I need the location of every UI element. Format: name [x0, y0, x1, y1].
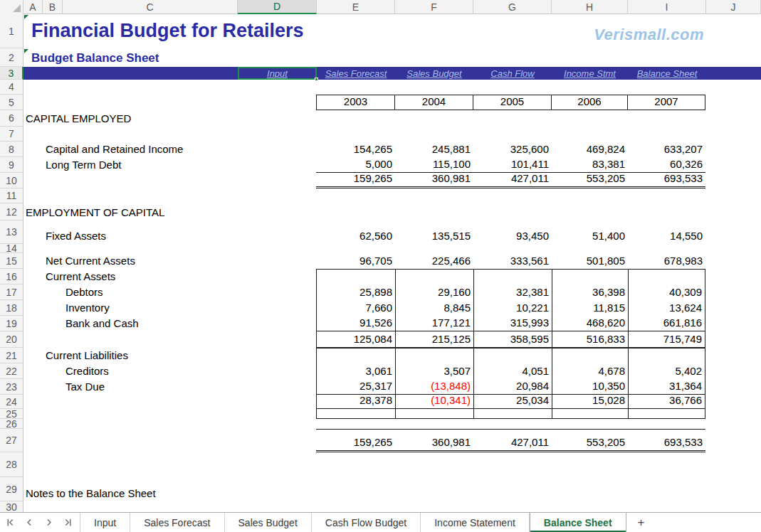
sheet-title-cell[interactable]: Financial Budget for Retailers	[31, 20, 304, 42]
year-header-cell[interactable]: 2005	[473, 95, 552, 110]
value-cell[interactable]: 427,011	[473, 429, 552, 452]
column-header-e[interactable]: E	[317, 0, 395, 14]
year-header-cell[interactable]: 2003	[316, 95, 395, 110]
row-header-14[interactable]: 14	[0, 244, 23, 253]
value-cell[interactable]: 14,550	[628, 220, 705, 244]
value-cell[interactable]: 468,620	[552, 316, 628, 331]
section-label[interactable]: CAPITAL EMPLOYED	[26, 112, 131, 124]
row-label[interactable]: Debtors	[65, 286, 103, 298]
value-cell[interactable]: 553,205	[552, 173, 628, 188]
row-header-30[interactable]: 30	[0, 501, 23, 513]
column-header-b[interactable]: B	[43, 0, 63, 14]
value-cell[interactable]: 245,881	[395, 142, 473, 157]
value-cell[interactable]: 315,993	[473, 316, 552, 331]
value-cell[interactable]	[473, 269, 552, 284]
value-cell[interactable]: 3,061	[316, 363, 395, 379]
value-cell[interactable]	[395, 348, 473, 363]
value-cell[interactable]	[316, 409, 395, 419]
value-cell[interactable]	[316, 269, 395, 284]
value-cell[interactable]: 29,160	[395, 284, 473, 300]
value-cell[interactable]: 4,678	[552, 363, 628, 379]
value-cell[interactable]: 715,749	[628, 331, 705, 348]
value-cell[interactable]: 101,411	[473, 157, 552, 173]
value-cell[interactable]: 93,450	[473, 220, 552, 244]
nav-link-cash-flow[interactable]: Cash Flow	[473, 67, 552, 80]
value-cell[interactable]: 36,766	[628, 395, 705, 409]
value-cell[interactable]: 159,265	[316, 429, 395, 452]
value-cell[interactable]: 427,011	[473, 173, 552, 188]
value-cell[interactable]	[552, 269, 628, 284]
row-label[interactable]: Long Term Debt	[46, 159, 121, 171]
value-cell[interactable]: 678,983	[628, 253, 705, 269]
value-cell[interactable]: 154,265	[316, 142, 395, 157]
value-cell[interactable]: 633,207	[628, 142, 705, 157]
value-cell[interactable]	[628, 348, 705, 363]
row-header-26[interactable]: 26	[0, 419, 23, 429]
value-cell[interactable]: (10,341)	[395, 395, 473, 409]
value-cell[interactable]: 15,028	[552, 395, 628, 409]
value-cell[interactable]: 360,981	[395, 173, 473, 188]
value-cell[interactable]: 25,034	[473, 395, 552, 409]
nav-link-input[interactable]: Input	[267, 67, 288, 80]
row-header-11[interactable]: 11	[0, 188, 23, 203]
last-sheet-icon[interactable]	[63, 518, 73, 527]
value-cell[interactable]: 11,815	[552, 300, 628, 316]
value-cell[interactable]: 31,364	[628, 379, 705, 395]
column-header-h[interactable]: H	[552, 0, 628, 14]
value-cell[interactable]: 693,533	[628, 429, 705, 452]
value-cell[interactable]: 36,398	[552, 284, 628, 300]
value-cell[interactable]: 661,816	[628, 316, 705, 331]
value-cell[interactable]: 8,845	[395, 300, 473, 316]
value-cell[interactable]: 215,125	[395, 331, 473, 348]
row-header-3[interactable]: 3	[0, 67, 23, 80]
value-cell[interactable]: 25,898	[316, 284, 395, 300]
value-cell[interactable]: 40,309	[628, 284, 705, 300]
value-cell[interactable]: 60,326	[628, 157, 705, 173]
column-header-f[interactable]: F	[395, 0, 473, 14]
row-label[interactable]: Net Current Assets	[46, 255, 135, 267]
section-label[interactable]: EMPLOYMENT OF CAPITAL	[26, 206, 164, 218]
value-cell[interactable]: 5,000	[316, 157, 395, 173]
value-cell[interactable]: 501,805	[552, 253, 628, 269]
value-cell[interactable]: 51,400	[552, 220, 628, 244]
previous-sheet-icon[interactable]	[25, 518, 34, 527]
first-sheet-icon[interactable]	[6, 518, 15, 527]
nav-link-income-stmt[interactable]: Income Stmt	[552, 67, 628, 80]
value-cell[interactable]: 115,100	[395, 157, 473, 173]
value-cell[interactable]: 159,265	[316, 173, 395, 188]
value-cell[interactable]	[316, 348, 395, 363]
sheet-tab-input[interactable]: Input	[80, 513, 130, 532]
column-header-c[interactable]: C	[63, 0, 238, 14]
row-label[interactable]: Bank and Cash	[65, 317, 139, 329]
year-header-cell[interactable]: 2007	[628, 95, 705, 110]
value-cell[interactable]: 516,833	[552, 331, 628, 348]
sheet-subtitle-cell[interactable]: Budget Balance Sheet	[31, 51, 159, 65]
value-cell[interactable]: 125,084	[316, 331, 395, 348]
row-label[interactable]: Current Liabilities	[46, 349, 128, 361]
sheet-tab-income-statement[interactable]: Income Statement	[421, 513, 530, 532]
value-cell[interactable]: 91,526	[316, 316, 395, 331]
value-cell[interactable]: 3,507	[395, 363, 473, 379]
sheet-tab-sales-forecast[interactable]: Sales Forecast	[130, 513, 224, 532]
row-header-2[interactable]: 2	[0, 48, 23, 67]
value-cell[interactable]: 358,595	[473, 331, 552, 348]
value-cell[interactable]	[473, 348, 552, 363]
value-cell[interactable]: 360,981	[395, 429, 473, 452]
value-cell[interactable]: 469,824	[552, 142, 628, 157]
add-sheet-button[interactable]: +	[626, 513, 656, 532]
value-cell[interactable]: 7,660	[316, 300, 395, 316]
value-cell[interactable]: 553,205	[552, 429, 628, 452]
value-cell[interactable]: 32,381	[473, 284, 552, 300]
value-cell[interactable]: 333,561	[473, 253, 552, 269]
value-cell[interactable]: 96,705	[316, 253, 395, 269]
brand-logo-text[interactable]: Verismall.com	[594, 26, 704, 44]
value-cell[interactable]: 225,466	[395, 253, 473, 269]
sheet-tab-sales-budget[interactable]: Sales Budget	[225, 513, 312, 532]
row-label[interactable]: Current Assets	[46, 270, 115, 282]
row-label[interactable]: Creditors	[65, 365, 109, 377]
nav-link-balance-sheet[interactable]: Balance Sheet	[628, 67, 706, 80]
sheet-tab-balance-sheet[interactable]: Balance Sheet	[530, 513, 626, 532]
row-label[interactable]: Inventory	[65, 302, 110, 314]
value-cell[interactable]: 693,533	[628, 173, 705, 188]
value-cell[interactable]: 28,378	[316, 395, 395, 409]
